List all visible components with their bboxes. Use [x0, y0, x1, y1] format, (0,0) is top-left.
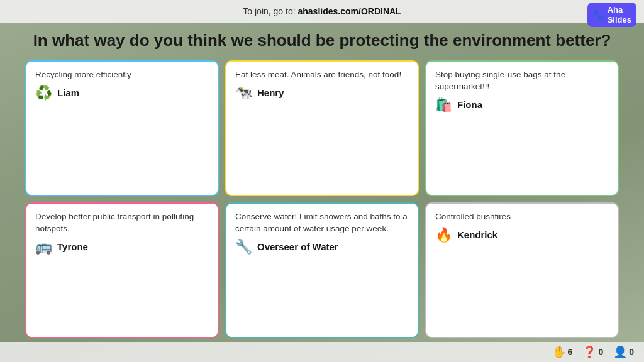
- card-overseer: Conserve water! Limit showers and baths …: [225, 202, 419, 338]
- aha-logo-text: AhaSlides: [608, 5, 631, 25]
- card-5-text: Conserve water! Limit showers and baths …: [235, 211, 409, 235]
- card-fiona: Stop buying single-use bags at the super…: [425, 60, 619, 196]
- card-4-text: Develop better public transport in pollu…: [35, 211, 209, 235]
- card-2-text: Eat less meat. Animals are friends, not …: [235, 69, 409, 81]
- cards-grid: Recycling more efficiently ♻️ Liam Eat l…: [0, 57, 644, 342]
- card-6-user: 🔥 Kendrick: [435, 228, 609, 242]
- hand-count: 6: [568, 347, 573, 357]
- card-1-text: Recycling more efficiently: [35, 69, 209, 81]
- aha-logo-paw: 🐾: [592, 9, 605, 21]
- join-instruction: To join, go to: ahaslides.com/ORDINAL: [243, 6, 401, 16]
- hand-icon: ✋: [552, 345, 566, 359]
- card-6-text: Controlled bushfires: [435, 211, 609, 223]
- card-4-icon: 🚌: [35, 240, 52, 254]
- card-1-user: ♻️ Liam: [35, 86, 209, 100]
- user-count: 0: [629, 347, 634, 357]
- question-text: In what way do you think we should be pr…: [25, 30, 619, 52]
- card-1-username: Liam: [57, 87, 79, 98]
- card-1-icon: ♻️: [35, 86, 52, 100]
- card-3-user: 🛍️ Fiona: [435, 98, 609, 112]
- card-2-username: Henry: [257, 87, 284, 98]
- main-content: To join, go to: ahaslides.com/ORDINAL 🐾 …: [0, 0, 644, 362]
- card-kendrick: Controlled bushfires 🔥 Kendrick: [425, 202, 619, 338]
- hand-stat: ✋ 6: [552, 345, 573, 359]
- card-5-icon: 🔧: [235, 240, 252, 254]
- user-stat: 👤 0: [613, 345, 634, 359]
- card-3-text: Stop buying single-use bags at the super…: [435, 69, 609, 93]
- question-stat: ❓ 0: [582, 345, 603, 359]
- card-3-username: Fiona: [457, 99, 482, 110]
- card-2-icon: 🐄: [235, 86, 252, 100]
- aha-logo: 🐾 AhaSlides: [587, 3, 636, 27]
- card-3-icon: 🛍️: [435, 98, 452, 112]
- card-6-icon: 🔥: [435, 228, 452, 242]
- question-count: 0: [598, 347, 603, 357]
- card-4-username: Tyrone: [57, 241, 88, 252]
- question-area: In what way do you think we should be pr…: [0, 23, 644, 57]
- card-5-username: Overseer of Water: [257, 241, 338, 252]
- card-4-user: 🚌 Tyrone: [35, 240, 209, 254]
- question-icon: ❓: [582, 345, 596, 359]
- card-6-username: Kendrick: [457, 229, 497, 240]
- card-5-user: 🔧 Overseer of Water: [235, 240, 409, 254]
- card-tyrone: Develop better public transport in pollu…: [25, 202, 219, 338]
- card-henry: Eat less meat. Animals are friends, not …: [225, 60, 419, 196]
- join-url: ahaslides.com/ORDINAL: [298, 6, 401, 16]
- top-bar: To join, go to: ahaslides.com/ORDINAL 🐾 …: [0, 0, 644, 23]
- card-liam: Recycling more efficiently ♻️ Liam: [25, 60, 219, 196]
- join-prefix: To join, go to:: [243, 6, 297, 16]
- user-stat-icon: 👤: [613, 345, 627, 359]
- card-2-user: 🐄 Henry: [235, 86, 409, 100]
- bottom-bar: ✋ 6 ❓ 0 👤 0: [0, 342, 644, 362]
